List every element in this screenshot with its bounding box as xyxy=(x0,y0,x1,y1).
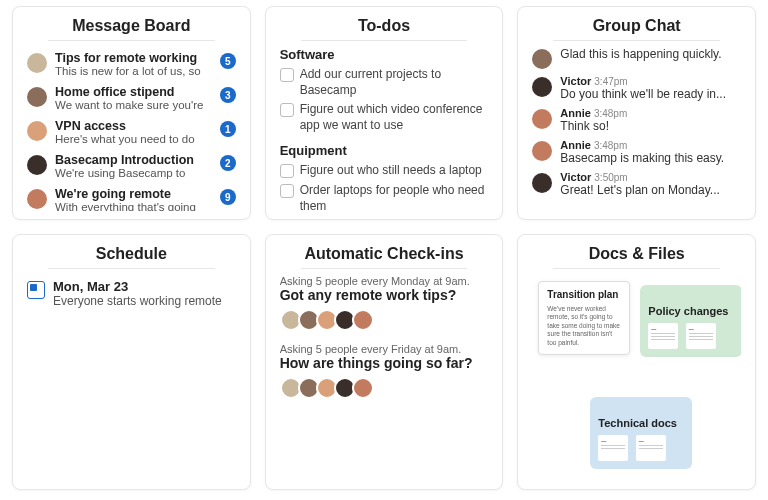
count-badge: 1 xyxy=(220,121,236,137)
chat-text: Basecamp is making this easy. xyxy=(560,151,741,165)
checkin-schedule: Asking 5 people every Monday at 9am. xyxy=(280,275,489,287)
message-item[interactable]: Basecamp Introduction We're using Baseca… xyxy=(27,149,236,183)
avatar xyxy=(532,77,552,97)
avatar xyxy=(532,141,552,161)
chat-time: 3:47pm xyxy=(594,76,627,87)
file-thumb-icon: — xyxy=(686,323,716,349)
todo-group: Equipment Figure out who still needs a l… xyxy=(280,143,489,211)
todo-group: Software Add our current projects to Bas… xyxy=(280,47,489,135)
schedule-text: Everyone starts working remote xyxy=(53,294,222,308)
message-subtitle: We want to make sure you're xyxy=(55,99,212,111)
document-item[interactable]: Transition plan We've never worked remot… xyxy=(538,281,630,355)
folder-title: Policy changes xyxy=(648,305,734,318)
calendar-icon xyxy=(27,281,45,299)
folder-item[interactable]: Technical docs — — xyxy=(590,397,692,469)
chat-author: Annie xyxy=(560,139,591,151)
card-title: Automatic Check-ins xyxy=(280,245,489,269)
message-subtitle: With everything that's going xyxy=(55,201,212,211)
avatar xyxy=(352,309,374,331)
chat-message[interactable]: Annie3:48pm Basecamp is making this easy… xyxy=(532,136,741,168)
file-thumb-icon: — xyxy=(598,435,628,461)
message-title: VPN access xyxy=(55,119,212,133)
todo-item[interactable]: Figure out who still needs a laptop xyxy=(280,161,489,181)
todo-item[interactable]: Figure out which video conference app we… xyxy=(280,100,489,135)
card-title: Docs & Files xyxy=(532,245,741,269)
message-subtitle: This is new for a lot of us, so xyxy=(55,65,212,77)
card-title: Message Board xyxy=(27,17,236,41)
checkin-question: How are things going so far? xyxy=(280,355,489,371)
chat-text: Do you think we'll be ready in... xyxy=(560,87,741,101)
count-badge: 5 xyxy=(220,53,236,69)
avatar xyxy=(27,189,47,209)
schedule-card[interactable]: Schedule Mon, Mar 23 Everyone starts wor… xyxy=(12,234,251,490)
message-item[interactable]: Home office stipend We want to make sure… xyxy=(27,81,236,115)
avatar xyxy=(532,109,552,129)
folder-title: Technical docs xyxy=(598,417,684,430)
count-badge: 9 xyxy=(220,189,236,205)
avatar xyxy=(532,173,552,193)
avatar xyxy=(352,377,374,399)
avatar-stack xyxy=(280,307,489,331)
file-thumb-icon: — xyxy=(636,435,666,461)
chat-message[interactable]: Victor3:47pm Do you think we'll be ready… xyxy=(532,72,741,104)
card-title: Group Chat xyxy=(532,17,741,41)
checkins-body: Asking 5 people every Monday at 9am. Got… xyxy=(280,275,489,481)
message-item[interactable]: Tips for remote working This is new for … xyxy=(27,47,236,81)
todo-text: Order laptops for people who need them xyxy=(300,183,489,211)
file-thumb-icon: — xyxy=(648,323,678,349)
checkbox-icon[interactable] xyxy=(280,103,294,117)
todo-text: Figure out which video conference app we… xyxy=(300,102,489,133)
count-badge: 2 xyxy=(220,155,236,171)
checkbox-icon[interactable] xyxy=(280,68,294,82)
document-title: Transition plan xyxy=(547,289,621,301)
avatar-stack xyxy=(280,375,489,399)
chat-message[interactable]: Glad this is happening quickly. xyxy=(532,47,741,72)
chat-text: Think so! xyxy=(560,119,741,133)
chat-message[interactable]: Victor3:50pm Great! Let's plan on Monday… xyxy=(532,168,741,200)
avatar xyxy=(532,49,552,69)
message-title: Basecamp Introduction xyxy=(55,153,212,167)
group-chat-card[interactable]: Group Chat Glad this is happening quickl… xyxy=(517,6,756,220)
chat-author: Victor xyxy=(560,75,591,87)
checkins-card[interactable]: Automatic Check-ins Asking 5 people ever… xyxy=(265,234,504,490)
todo-item[interactable]: Order laptops for people who need them xyxy=(280,181,489,211)
docs-files-card[interactable]: Docs & Files Transition plan We've never… xyxy=(517,234,756,490)
chat-time: 3:50pm xyxy=(594,172,627,183)
message-item[interactable]: VPN access Here's what you need to do 1 xyxy=(27,115,236,149)
checkbox-icon[interactable] xyxy=(280,164,294,178)
document-preview: We've never worked remote, so it's going… xyxy=(547,305,621,347)
message-title: Home office stipend xyxy=(55,85,212,99)
todo-text: Figure out who still needs a laptop xyxy=(300,163,482,179)
chat-author: Annie xyxy=(560,107,591,119)
checkbox-icon[interactable] xyxy=(280,184,294,198)
message-title: Tips for remote working xyxy=(55,51,212,65)
folder-item[interactable]: Policy changes — — xyxy=(640,285,741,357)
chat-time: 3:48pm xyxy=(594,108,627,119)
chat-author: Victor xyxy=(560,171,591,183)
card-title: Schedule xyxy=(27,245,236,269)
checkin-schedule: Asking 5 people every Friday at 9am. xyxy=(280,343,489,355)
avatar xyxy=(27,155,47,175)
todo-text: Add our current projects to Basecamp xyxy=(300,67,489,98)
todos-body: Software Add our current projects to Bas… xyxy=(280,47,489,211)
todo-group-title[interactable]: Equipment xyxy=(280,143,489,158)
todos-card[interactable]: To-dos Software Add our current projects… xyxy=(265,6,504,220)
schedule-item[interactable]: Mon, Mar 23 Everyone starts working remo… xyxy=(27,275,236,308)
chat-text: Great! Let's plan on Monday... xyxy=(560,183,741,197)
message-board-card[interactable]: Message Board Tips for remote working Th… xyxy=(12,6,251,220)
checkin-item[interactable]: Asking 5 people every Monday at 9am. Got… xyxy=(280,275,489,331)
message-item[interactable]: We're going remote With everything that'… xyxy=(27,183,236,211)
avatar xyxy=(27,87,47,107)
todo-group-title[interactable]: Software xyxy=(280,47,489,62)
message-subtitle: We're using Basecamp to xyxy=(55,167,212,179)
checkin-question: Got any remote work tips? xyxy=(280,287,489,303)
chat-body: Glad this is happening quickly. Victor3:… xyxy=(532,47,741,211)
chat-message[interactable]: Annie3:48pm Think so! xyxy=(532,104,741,136)
avatar xyxy=(27,121,47,141)
message-subtitle: Here's what you need to do xyxy=(55,133,212,145)
todo-item[interactable]: Add our current projects to Basecamp xyxy=(280,65,489,100)
card-title: To-dos xyxy=(280,17,489,41)
checkin-item[interactable]: Asking 5 people every Friday at 9am. How… xyxy=(280,343,489,399)
chat-time: 3:48pm xyxy=(594,140,627,151)
message-title: We're going remote xyxy=(55,187,212,201)
